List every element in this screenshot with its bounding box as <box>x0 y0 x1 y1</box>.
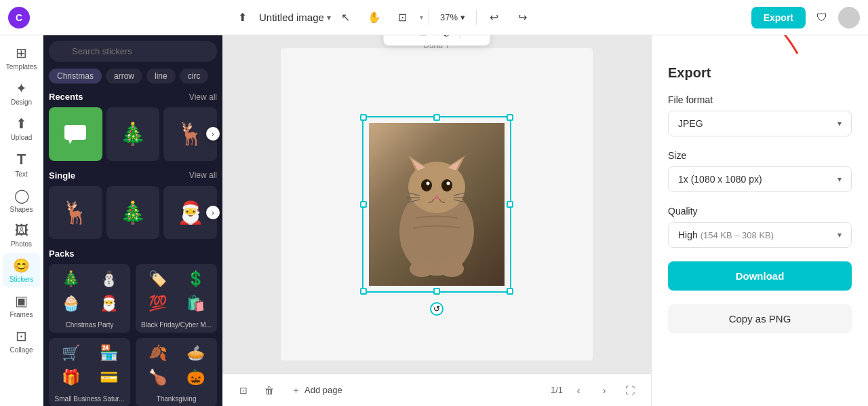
prev-page-icon[interactable]: ‹ <box>568 380 589 401</box>
recents-view-all[interactable]: View all <box>189 92 217 102</box>
download-button[interactable]: Download <box>668 261 852 291</box>
hand-tool-icon[interactable]: ✋ <box>363 6 386 29</box>
select-tool-icon[interactable]: ↖ <box>334 6 357 29</box>
delete-icon[interactable]: 🗑 <box>259 380 279 401</box>
resize-handle-br[interactable] <box>507 288 513 295</box>
page-icon[interactable]: ⊡ <box>233 380 254 401</box>
resize-handle-ml[interactable] <box>360 201 367 208</box>
svg-point-9 <box>441 179 452 191</box>
file-format-select[interactable]: JPEG ▾ <box>668 111 852 136</box>
add-page-button[interactable]: ＋ Add page <box>285 382 349 399</box>
sidebar-label-shapes: Shapes <box>10 206 33 213</box>
sticker-single-tree[interactable]: 🎄 <box>106 186 160 240</box>
doc-title-chevron-icon: ▾ <box>327 13 331 22</box>
resize-handle-tr[interactable] <box>507 114 513 121</box>
fullscreen-icon[interactable]: ⛶ <box>620 380 640 401</box>
quality-group: Quality High (154 KB – 308 KB) ▾ <box>668 206 852 248</box>
tag-christmas[interactable]: Christmas <box>49 69 102 84</box>
sidebar-item-frames[interactable]: ▣ Frames <box>3 289 41 322</box>
text-icon: T <box>17 151 26 168</box>
selected-image[interactable]: ↺ <box>362 116 511 293</box>
quality-select[interactable]: High (154 KB – 308 KB) ▾ <box>668 222 852 248</box>
sidebar-item-stickers[interactable]: 😊 Stickers <box>3 253 41 287</box>
toolbar-divider2 <box>476 10 477 25</box>
pack-black-friday[interactable]: 🏷️ 💲 💯 🛍️ Black Friday/Cyber M... <box>136 264 217 333</box>
recents-next-arrow[interactable]: › <box>206 127 220 141</box>
toolbar-divider <box>429 10 429 25</box>
flip-tool-icon[interactable]: ⊞ <box>412 35 434 43</box>
packs-grid: 🎄 ⛄ 🧁 🎅 Christmas Party 🏷️ 💲 💯 🛍️ Black … <box>49 264 217 406</box>
pack-thanksgiving[interactable]: 🍂 🥧 🍗 🎃 Thanksgiving <box>136 338 217 406</box>
sticker-panel: 🔍 Christmas arrow line circ Recents View… <box>43 35 222 406</box>
pack-name-christmas: Christmas Party <box>49 318 130 333</box>
export-panel: Export File format JPEG ▾ Size 1x (1080 … <box>651 35 868 406</box>
sidebar-label-photos: Photos <box>11 240 32 248</box>
recents-grid: 🎄 🦌 › <box>49 107 217 161</box>
size-chevron-icon: ▾ <box>837 174 842 184</box>
size-value: 1x (1080 x 1080 px) <box>678 174 762 185</box>
pack-name-blackfriday: Black Friday/Cyber M... <box>136 318 217 333</box>
canva-logo[interactable]: C <box>8 7 30 29</box>
effects-tool-icon[interactable]: ◐ <box>435 35 457 43</box>
sidebar-item-collage[interactable]: ⊡ Collage <box>3 324 41 358</box>
sidebar-label-collage: Collage <box>10 346 33 354</box>
pack-preview2: 🏷️ 💲 💯 🛍️ <box>136 264 217 318</box>
single-next-arrow[interactable]: › <box>206 206 220 219</box>
frames-icon: ▣ <box>15 293 28 309</box>
svg-point-19 <box>410 261 434 277</box>
rotate-handle[interactable]: ↺ <box>430 302 443 316</box>
file-format-chevron-icon: ▾ <box>837 119 842 128</box>
sidebar-item-upload[interactable]: ⬆ Upload <box>3 111 41 145</box>
svg-point-8 <box>421 179 432 191</box>
sticker-single-reindeer[interactable]: 🦌 <box>49 186 102 240</box>
canvas-page[interactable]: ✂ ⊞ ◐ ••• <box>281 48 593 361</box>
resize-handle-tl[interactable] <box>360 114 367 121</box>
resize-handle-bm[interactable] <box>433 288 440 295</box>
redo-icon[interactable]: ↪ <box>511 6 534 29</box>
recents-title: Recents <box>49 92 83 102</box>
kitten-image <box>369 123 505 286</box>
stickers-icon: 😊 <box>13 257 30 274</box>
tag-circ[interactable]: circ <box>180 69 209 84</box>
upload-sidebar-icon: ⬆ <box>16 115 27 132</box>
sidebar-item-shapes[interactable]: ◯ Shapes <box>3 183 41 217</box>
next-page-icon[interactable]: › <box>594 380 614 401</box>
shield-icon[interactable]: 🛡 <box>811 7 833 29</box>
user-avatar[interactable] <box>838 7 860 29</box>
size-select[interactable]: 1x (1080 x 1080 px) ▾ <box>668 166 852 192</box>
sidebar-label-stickers: Stickers <box>9 276 34 283</box>
sticker-cell-tree1[interactable]: 🎄 <box>106 107 160 161</box>
tag-line[interactable]: line <box>146 69 176 84</box>
copy-png-button[interactable]: Copy as PNG <box>668 304 852 333</box>
size-group: Size 1x (1080 x 1080 px) ▾ <box>668 150 852 192</box>
tag-arrow[interactable]: arrow <box>106 69 142 84</box>
sidebar-item-templates[interactable]: ⊞ Templates <box>3 41 41 75</box>
sidebar-item-text[interactable]: T Text <box>3 147 41 182</box>
zoom-level[interactable]: 37% ▾ <box>435 10 471 25</box>
resize-handle-tm[interactable] <box>433 114 440 121</box>
main-content: ⊞ Templates ✦ Design ⬆ Upload T Text ◯ S… <box>0 35 868 406</box>
arrow-annotation <box>757 35 811 57</box>
bottom-left: ⊡ 🗑 ＋ Add page <box>233 380 349 401</box>
upload-icon[interactable]: ⬆ <box>231 6 254 29</box>
sidebar-label-text: Text <box>15 170 27 178</box>
sidebar-item-photos[interactable]: 🖼 Photos <box>3 219 41 252</box>
search-input[interactable] <box>49 41 217 62</box>
sticker-cell-chat[interactable] <box>49 107 102 161</box>
canvas-area: Page 1 ✂ ⊞ ◐ ••• <box>222 35 651 406</box>
pack-small-business[interactable]: 🛒 🏪 🎁 💳 Small Business Satur... <box>49 338 130 406</box>
quality-label: Quality <box>668 206 852 217</box>
frame-tool-icon[interactable]: ⊡ <box>391 6 414 29</box>
doc-title[interactable]: Untitled image ▾ <box>259 12 331 23</box>
single-view-all[interactable]: View all <box>189 170 217 180</box>
pack-christmas-party[interactable]: 🎄 ⛄ 🧁 🎅 Christmas Party <box>49 264 130 333</box>
resize-handle-bl[interactable] <box>360 288 367 295</box>
resize-handle-mr[interactable] <box>507 201 513 208</box>
undo-icon[interactable]: ↩ <box>482 6 505 29</box>
export-button[interactable]: Export <box>751 7 806 29</box>
svg-marker-1 <box>68 140 73 144</box>
floating-toolbar: ✂ ⊞ ◐ ••• <box>384 35 490 45</box>
more-options-icon[interactable]: ••• <box>463 35 485 43</box>
crop-tool-icon[interactable]: ✂ <box>389 35 411 43</box>
sidebar-item-design[interactable]: ✦ Design <box>3 76 41 110</box>
